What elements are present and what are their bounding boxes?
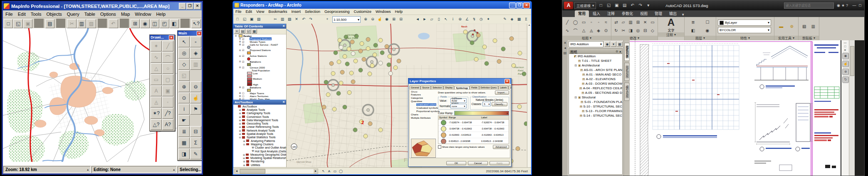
- sheet-tree-item[interactable]: ⊟ ▣ Architectural: [569, 63, 622, 68]
- menu-item[interactable]: Customize: [352, 10, 374, 14]
- mapinfo-titlebar[interactable]: MapInfo Professional - [TOWN,STREET,WATE…: [3, 2, 202, 10]
- palette-tab[interactable]: 图纸列表: [624, 43, 630, 61]
- ssm-view-icon[interactable]: ▦: [617, 42, 623, 47]
- map-scale-combo[interactable]: 1:10,500 ▾: [332, 16, 361, 23]
- layer-visibility-checkbox[interactable]: ☑: [242, 43, 244, 46]
- toolbox-item[interactable]: ⊞ Data Management Tools: [233, 118, 286, 122]
- zoom-status[interactable]: Zoom: 18.92 km ▴: [3, 166, 91, 173]
- layer-off-icon[interactable]: ☐: [705, 20, 709, 24]
- sheet-tree-item[interactable]: ▤ T-01 - TITLE SHEET: [569, 59, 622, 63]
- close-icon[interactable]: ✕: [282, 24, 285, 28]
- pan-icon[interactable]: ☝: [376, 16, 383, 22]
- menu-item[interactable]: Help: [153, 11, 168, 17]
- explode-icon[interactable]: ⊟: [643, 28, 647, 33]
- erase-icon[interactable]: ✕: [643, 20, 647, 24]
- show-list-item[interactable]: Graduated symbols: [411, 106, 437, 110]
- sheet-tree-item[interactable]: ▤ S-01 - FOUNDATION PLA: [569, 100, 622, 104]
- mirror-icon[interactable]: ◨: [629, 28, 633, 33]
- radius-select-icon[interactable]: ◎: [178, 48, 190, 59]
- menu-item[interactable]: File: [233, 10, 244, 14]
- toc-layer-row[interactable]: ⊟ ☑ Census 2000: [233, 66, 286, 69]
- select-elements-icon[interactable]: ↖: [443, 16, 449, 22]
- linetype-combo[interactable]: BYCOLOR ▾: [718, 27, 771, 33]
- undo-icon[interactable]: ↶: [300, 16, 307, 22]
- back-extent-icon[interactable]: ◄: [414, 16, 421, 22]
- marquee-select-icon[interactable]: ▫: [190, 37, 201, 47]
- line-tool-icon[interactable]: ╱: [566, 20, 569, 24]
- new-map-icon[interactable]: □: [234, 16, 241, 22]
- close-icon[interactable]: ✕: [197, 31, 202, 36]
- collapse-icon[interactable]: ▴: [619, 50, 621, 53]
- dialog-tab[interactable]: Labels: [498, 86, 508, 89]
- layer-properties-icon[interactable]: ≣: [691, 20, 695, 24]
- dialog-tab[interactable]: Joins & Relates: [508, 86, 511, 89]
- html-popup-icon[interactable]: ✦: [485, 16, 492, 22]
- layer-visibility-checkbox[interactable]: ☑: [242, 54, 244, 57]
- qat-undo-icon[interactable]: ↶: [629, 2, 636, 9]
- toc-layer-row[interactable]: Low: [233, 72, 286, 75]
- rotate-icon[interactable]: ↻: [614, 28, 618, 33]
- zoom-out-icon[interactable]: ⊖: [190, 81, 201, 92]
- sheet-tree-item[interactable]: ▤ A-03 - DOORS WINDOW: [569, 81, 622, 86]
- show-list-item[interactable]: Categories: [411, 96, 437, 100]
- measure-distance-icon[interactable]: ▬: [779, 24, 783, 29]
- toc-layer-row[interactable]: Total Population: [233, 69, 286, 72]
- info-tool-icon[interactable]: i: [178, 104, 190, 115]
- text-tool-icon[interactable]: A: [151, 86, 162, 96]
- sheet-tree-item[interactable]: ▤ A-02 - ELEVATIONS: [569, 77, 622, 81]
- show-list-item[interactable]: Multiple Attributes: [411, 116, 437, 120]
- toolbox-item[interactable]: ⊞ Geocoding Tools: [233, 122, 286, 125]
- maximize-button[interactable]: □: [858, 3, 863, 7]
- expander-icon[interactable]: ⊞: [239, 43, 241, 46]
- clear-selection-icon[interactable]: ▯: [435, 16, 442, 22]
- autocad-drawing-viewport[interactable]: — □ ✕ ◉ ☝ ⊕ ↻: [630, 40, 864, 176]
- toc-layer-row[interactable]: ⊟ ☑ Active Stations: [233, 54, 286, 57]
- cancel-button[interactable]: Cancel: [468, 161, 488, 165]
- list-by-visibility-icon[interactable]: ☑: [246, 29, 251, 34]
- close-button[interactable]: ✕: [194, 3, 201, 10]
- symbol-tool-icon[interactable]: ✶: [151, 41, 162, 51]
- class-row[interactable]: 0.634513 - 2.043098 0.634513 - 2.043098: [438, 138, 509, 144]
- label-tool-icon[interactable]: ⚑: [190, 104, 201, 115]
- zoom-out-icon[interactable]: ⊖: [369, 16, 376, 22]
- expander-icon[interactable]: ⊟: [239, 136, 241, 139]
- editing-status[interactable]: Editing: None ▴: [91, 166, 177, 173]
- sheet-tree-item[interactable]: ⊟ ▣ Structural: [569, 95, 622, 100]
- sheet-set-combo[interactable]: IRD Addition ▾: [569, 41, 603, 47]
- ribbon-tab[interactable]: 输出: [666, 10, 680, 17]
- sheet-tree-item[interactable]: ▤ A-01 - MAIN AND SECO: [569, 72, 622, 77]
- toolbox-item[interactable]: ⊞ Modeling Spatial Relationships: [233, 156, 286, 159]
- expander-icon[interactable]: ⊞: [243, 153, 245, 156]
- main-palette-titlebar[interactable]: Main ✕: [178, 31, 202, 36]
- change-view-icon[interactable]: ⊙: [178, 93, 190, 103]
- expander-icon[interactable]: ⊟: [239, 49, 241, 51]
- workspace-combo[interactable]: 三维建模 ▾: [574, 2, 596, 9]
- toc-layer-row[interactable]: [233, 57, 286, 60]
- expander-icon[interactable]: ⊞: [239, 122, 241, 125]
- toolbox-item[interactable]: ⊞ Network Analyst Tools: [233, 129, 286, 132]
- boundary-select-icon[interactable]: ◈: [190, 48, 201, 59]
- sheet-tree-item[interactable]: ▤ S-13 - FLOOR FRAMING: [569, 109, 622, 113]
- doc-restore-button[interactable]: □: [844, 45, 846, 48]
- reshape-tool-icon[interactable]: ◬: [151, 97, 162, 108]
- layer-visibility-checkbox[interactable]: ☑: [242, 66, 244, 69]
- copy-icon[interactable]: ▥: [629, 20, 633, 24]
- minimize-button[interactable]: _: [509, 2, 516, 8]
- select-features-icon[interactable]: ▱: [428, 16, 435, 22]
- point-tool-icon[interactable]: ◦: [598, 20, 599, 24]
- menu-item[interactable]: Tools: [28, 11, 44, 17]
- unselect-all-icon[interactable]: ◱: [178, 70, 190, 81]
- hatch-tool-icon[interactable]: ▫: [591, 20, 592, 24]
- toc-layer-row[interactable]: [233, 51, 286, 54]
- autocad-app-icon[interactable]: A: [564, 2, 573, 9]
- open-table-icon[interactable]: ◱: [13, 19, 22, 28]
- ribbon-tab[interactable]: 注释: [604, 10, 618, 17]
- set-target-district-icon[interactable]: ◨: [178, 149, 190, 159]
- toc-layer-row[interactable]: ⊞ ☐ Major Towns: [233, 92, 286, 95]
- draw-select-icon[interactable]: ↖: [321, 169, 326, 174]
- trim-icon[interactable]: ✂: [621, 28, 625, 33]
- qat-open-icon[interactable]: ◱: [605, 2, 612, 9]
- map-vertical-scrollbar[interactable]: ▲: [527, 24, 531, 168]
- menu-item[interactable]: Edit: [244, 10, 255, 14]
- rectangle-tool-icon[interactable]: ▭: [151, 74, 162, 85]
